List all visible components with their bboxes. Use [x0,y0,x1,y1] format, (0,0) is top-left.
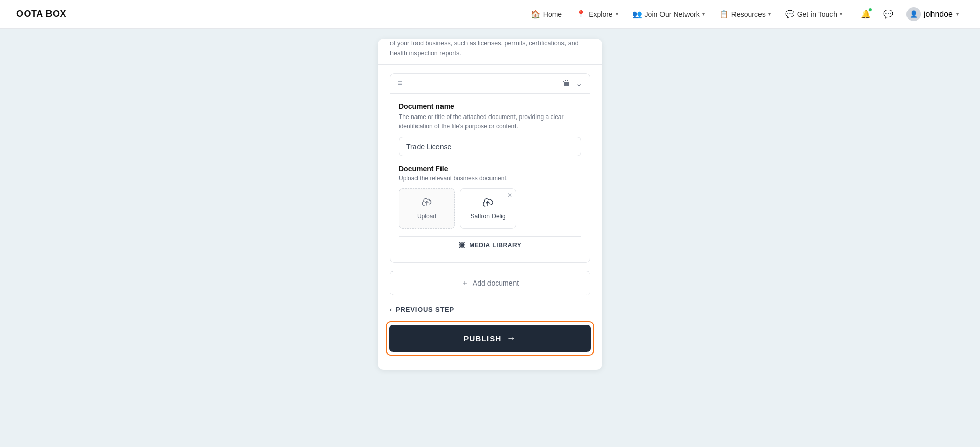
upload-label: Upload [417,213,436,220]
nav-resources-label: Resources [731,10,766,18]
media-library-label: MEDIA LIBRARY [469,242,521,249]
nav-links: 🏠 Home 📍 Explore ▾ 👥 Join Our Network ▾ … [525,7,848,22]
nav-join-network-label: Join Our Network [645,10,700,18]
home-icon: 🏠 [531,10,541,19]
prev-arrow-icon: ‹ [390,305,393,313]
avatar: 👤 [906,7,921,21]
main-content: of your food business, such as licenses,… [0,29,980,447]
document-name-desc: The name or title of the attached docume… [399,112,581,131]
previous-step-button[interactable]: ‹ PREVIOUS STEP [390,305,454,313]
username-label: johndoe [924,10,953,19]
uploaded-cloud-icon [481,197,495,210]
navbar: OOTA BOX 🏠 Home 📍 Explore ▾ 👥 Join Our N… [0,0,980,29]
user-menu[interactable]: 👤 johndoe ▾ [901,5,964,23]
nav-explore-label: Explore [589,10,612,18]
notif-dot [868,8,872,12]
publish-wrapper: PUBLISH → [386,321,594,356]
prev-step-label: PREVIOUS STEP [396,305,454,313]
top-description: of your food business, such as licenses,… [378,39,602,65]
step-navigation: ‹ PREVIOUS STEP [378,295,602,317]
notifications-button[interactable]: 🔔 [856,5,875,23]
join-network-chevron: ▾ [702,11,705,17]
file-uploads-area: Upload Saffron Delig ✕ [399,188,581,229]
explore-icon: 📍 [576,10,586,19]
add-document-button[interactable]: ＋ Add document [390,271,590,295]
nav-get-in-touch[interactable]: 💬 Get in Touch ▾ [779,7,848,22]
document-block: ≡ 🗑 ⌄ Document name The name or title of… [390,73,590,263]
nav-resources[interactable]: 📋 Resources ▾ [713,7,777,22]
file-section: Document File Upload the relevant busine… [399,164,581,254]
doc-block-actions: 🗑 ⌄ [562,79,582,88]
document-name-input[interactable] [399,137,581,156]
publish-arrow-icon: → [507,333,517,344]
resources-icon: 📋 [719,10,729,19]
nav-home-label: Home [543,10,562,18]
resources-chevron: ▾ [768,11,771,17]
collapse-icon[interactable]: ⌄ [576,79,582,88]
drag-handle-icon[interactable]: ≡ [398,79,402,88]
form-card: of your food business, such as licenses,… [378,39,602,370]
nav-right: 🔔 💬 👤 johndoe ▾ [856,5,964,23]
nav-get-in-touch-label: Get in Touch [797,10,837,18]
file-remove-icon[interactable]: ✕ [507,192,512,199]
document-file-desc: Upload the relevant business document. [399,175,581,182]
get-in-touch-icon: 💬 [785,10,795,19]
document-name-label: Document name [399,102,581,110]
nav-explore[interactable]: 📍 Explore ▾ [570,7,624,22]
join-network-icon: 👥 [632,10,642,19]
nav-home[interactable]: 🏠 Home [525,7,568,22]
publish-label: PUBLISH [463,334,501,343]
doc-block-header: ≡ 🗑 ⌄ [390,74,590,94]
uploaded-file-item[interactable]: Saffron Delig ✕ [460,188,516,229]
delete-icon[interactable]: 🗑 [562,79,571,88]
publish-button[interactable]: PUBLISH → [389,325,591,352]
get-in-touch-chevron: ▾ [840,11,842,17]
explore-chevron: ▾ [616,11,618,17]
user-chevron: ▾ [956,11,959,17]
upload-button[interactable]: Upload [399,188,455,229]
nav-join-network[interactable]: 👥 Join Our Network ▾ [626,7,711,22]
doc-block-body: Document name The name or title of the a… [390,94,590,262]
logo: OOTA BOX [16,9,66,19]
messages-button[interactable]: 💬 [879,5,897,23]
media-library-button[interactable]: 🖼 MEDIA LIBRARY [399,236,581,254]
media-library-icon: 🖼 [459,242,465,249]
upload-icon [421,197,433,209]
document-file-label: Document File [399,164,581,173]
uploaded-file-name: Saffron Delig [470,213,505,220]
add-document-label: Add document [473,279,519,287]
plus-icon: ＋ [461,278,469,288]
